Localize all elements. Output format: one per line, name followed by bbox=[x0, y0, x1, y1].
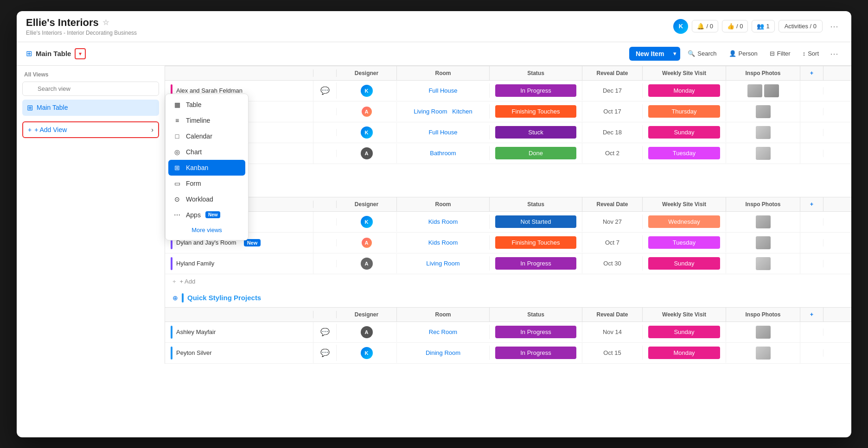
row-weekly-cell[interactable]: Monday bbox=[643, 81, 726, 101]
menu-item-chart[interactable]: ◎ Chart bbox=[168, 144, 245, 160]
room-link[interactable]: Dining Room bbox=[426, 349, 460, 356]
row-room-cell[interactable]: Full House bbox=[397, 83, 490, 98]
sort-icon: ↕ bbox=[803, 50, 806, 57]
comment-icon[interactable]: 💬 bbox=[320, 87, 330, 95]
room-link-2[interactable]: Kitchen bbox=[452, 108, 472, 115]
search-view-input[interactable] bbox=[22, 82, 159, 96]
status-pill[interactable]: Stuck bbox=[495, 126, 576, 139]
row-weekly-cell[interactable]: Monday bbox=[643, 343, 726, 363]
comment-icon[interactable]: 💬 bbox=[320, 349, 330, 357]
row-inspo-cell bbox=[726, 212, 800, 232]
status-pill[interactable]: In Progress bbox=[495, 257, 576, 270]
menu-item-kanban[interactable]: ⊞ Kanban bbox=[168, 160, 245, 176]
row-weekly-cell[interactable]: Sunday bbox=[643, 322, 726, 342]
comment-icon[interactable]: 💬 bbox=[320, 328, 330, 336]
menu-item-workload[interactable]: ⊙ Workload bbox=[168, 191, 245, 207]
menu-item-table[interactable]: ▦ Table bbox=[168, 97, 245, 113]
room-link[interactable]: Kids Room bbox=[428, 218, 458, 225]
room-link[interactable]: Full House bbox=[428, 87, 457, 94]
status-pill[interactable]: Finishing Touches bbox=[495, 105, 576, 118]
row-comment-cell[interactable]: 💬 bbox=[313, 345, 337, 361]
add-row-btn[interactable]: + + Add bbox=[165, 164, 851, 178]
room-link[interactable]: Living Room bbox=[414, 108, 447, 115]
room-link[interactable]: Living Room bbox=[426, 260, 460, 267]
row-weekly-cell[interactable]: Tuesday bbox=[643, 143, 726, 163]
status-pill[interactable]: In Progress bbox=[495, 84, 576, 97]
status-pill[interactable]: In Progress bbox=[495, 347, 576, 359]
row-status-cell[interactable]: Stuck bbox=[490, 122, 582, 142]
row-weekly-cell[interactable]: Sunday bbox=[643, 122, 726, 142]
activities-btn[interactable]: Activities / 0 bbox=[779, 20, 823, 32]
star-icon[interactable]: ☆ bbox=[102, 18, 109, 27]
menu-item-timeline[interactable]: ≡ Timeline bbox=[168, 113, 245, 128]
view-item-main-table[interactable]: ⊞ Main Table bbox=[22, 100, 159, 116]
more-views-btn[interactable]: More views bbox=[168, 223, 245, 237]
table-dropdown-btn[interactable]: ▾ bbox=[75, 48, 86, 59]
row-weekly-cell[interactable]: Tuesday bbox=[643, 233, 726, 252]
row-room-cell[interactable]: Kids Room bbox=[397, 235, 490, 250]
row-room-cell[interactable]: Kids Room bbox=[397, 215, 490, 229]
new-item-dropdown-btn[interactable]: ▾ bbox=[670, 47, 680, 61]
room-link[interactable]: Kids Room bbox=[428, 239, 458, 246]
new-item-button[interactable]: New Item bbox=[629, 47, 670, 61]
notifications-btn[interactable]: 🔔 / 0 bbox=[692, 20, 718, 32]
search-btn[interactable]: 🔍 Search bbox=[683, 47, 721, 60]
users-btn[interactable]: 👥 1 bbox=[752, 20, 774, 32]
menu-item-apps[interactable]: ⋯ Apps New bbox=[168, 207, 245, 223]
status-pill[interactable]: Finishing Touches bbox=[495, 236, 576, 249]
row-weekly-cell[interactable]: Sunday bbox=[643, 253, 726, 273]
weekly-pill[interactable]: Sunday bbox=[648, 257, 720, 270]
row-weekly-cell[interactable]: Thursday bbox=[643, 101, 726, 121]
row-status-cell[interactable]: In Progress bbox=[490, 343, 582, 363]
row-room-cell[interactable]: Full House bbox=[397, 125, 490, 139]
col-add-btn[interactable]: + bbox=[800, 308, 823, 322]
col-add-btn[interactable]: + bbox=[800, 66, 823, 80]
row-status-cell[interactable]: Finishing Touches bbox=[490, 101, 582, 121]
col-add-btn[interactable]: + bbox=[800, 197, 823, 211]
row-status-cell[interactable]: Not Started bbox=[490, 212, 582, 232]
menu-item-form[interactable]: ▭ Form bbox=[168, 176, 245, 191]
weekly-pill[interactable]: Wednesday bbox=[648, 215, 720, 228]
section-toggle-quickstyling[interactable]: ⊕ bbox=[172, 294, 178, 302]
row-comment-cell[interactable]: 💬 bbox=[313, 324, 337, 340]
room-link[interactable]: Rec Room bbox=[429, 328, 457, 335]
filter-btn[interactable]: ⊟ Filter bbox=[765, 47, 795, 60]
dropdown-menu: ▦ Table ≡ Timeline □ Calendar ◎ Chart ⊞ … bbox=[165, 94, 249, 240]
menu-item-calendar[interactable]: □ Calendar bbox=[168, 128, 245, 144]
weekly-pill[interactable]: Monday bbox=[648, 347, 720, 359]
add-view-btn[interactable]: + + Add View › bbox=[22, 121, 159, 138]
weekly-pill[interactable]: Sunday bbox=[648, 126, 720, 139]
person-btn[interactable]: 👤 Person bbox=[724, 47, 762, 60]
weekly-pill[interactable]: Monday bbox=[648, 84, 720, 97]
row-weekly-cell[interactable]: Wednesday bbox=[643, 212, 726, 232]
toolbar-more-btn[interactable]: ⋯ bbox=[826, 46, 842, 62]
row-room-cell[interactable]: Living Room bbox=[397, 256, 490, 271]
row-room-cell[interactable]: Rec Room bbox=[397, 325, 490, 339]
header-more-btn[interactable]: ⋯ bbox=[826, 19, 842, 34]
row-status-cell[interactable]: In Progress bbox=[490, 253, 582, 273]
sort-btn[interactable]: ↕ Sort bbox=[798, 47, 823, 60]
status-pill[interactable]: In Progress bbox=[495, 326, 576, 338]
row-room-cell[interactable]: Bathroom bbox=[397, 146, 490, 160]
status-pill[interactable]: Not Started bbox=[495, 215, 576, 228]
weekly-pill[interactable]: Sunday bbox=[648, 326, 720, 338]
row-comment-cell[interactable]: 💬 bbox=[313, 82, 337, 99]
row-status-cell[interactable]: In Progress bbox=[490, 322, 582, 342]
weekly-pill[interactable]: Thursday bbox=[648, 105, 720, 118]
row-room-cell[interactable]: Dining Room bbox=[397, 346, 490, 360]
status-pill[interactable]: Done bbox=[495, 147, 576, 159]
room-link[interactable]: Bathroom bbox=[430, 150, 456, 157]
row-status-cell[interactable]: In Progress bbox=[490, 81, 582, 101]
row-add-cell bbox=[800, 239, 823, 246]
table-row: Peyton Silver 💬 K Dining Room In Progres… bbox=[165, 343, 851, 364]
row-status-cell[interactable]: Done bbox=[490, 143, 582, 163]
likes-btn[interactable]: 👍 / 0 bbox=[722, 20, 748, 32]
toolbar-right: New Item ▾ 🔍 Search 👤 Person ⊟ Filter ↕ … bbox=[629, 46, 842, 62]
row-status-cell[interactable]: Finishing Touches bbox=[490, 233, 582, 252]
row-room-cell[interactable]: Living Room Kitchen bbox=[397, 104, 490, 119]
add-row-btn-revamp[interactable]: + + Add bbox=[165, 274, 851, 289]
room-link[interactable]: Full House bbox=[428, 129, 457, 136]
weekly-pill[interactable]: Tuesday bbox=[648, 147, 720, 159]
weekly-pill[interactable]: Tuesday bbox=[648, 236, 720, 249]
designer-avatar: A bbox=[361, 237, 373, 249]
